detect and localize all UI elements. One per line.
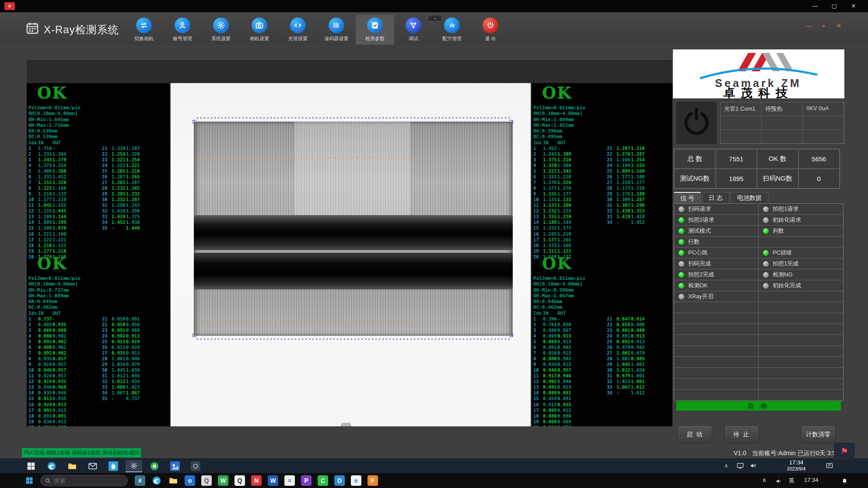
notes-app-icon[interactable]: ≡ bbox=[283, 475, 296, 486]
toolbar-item-reader[interactable]: 读码器设置 bbox=[317, 15, 356, 45]
cell-out: 1.122 bbox=[557, 208, 572, 214]
ie-app-icon[interactable]: e bbox=[350, 475, 363, 486]
signal-row bbox=[674, 324, 843, 335]
measure-info-line: DA:0.849mm bbox=[28, 299, 170, 304]
measure-row: 71.1551.320 bbox=[28, 180, 67, 185]
settings-app[interactable] bbox=[126, 460, 142, 472]
word-app-icon[interactable]: W bbox=[266, 475, 280, 486]
toolbar-item-debug[interactable]: 调试 bbox=[394, 15, 433, 45]
os-maximize-button[interactable]: ▢ bbox=[827, 2, 842, 10]
cell-idx: 16 bbox=[28, 402, 38, 408]
tab-2[interactable]: 电池数据 bbox=[731, 192, 768, 203]
local-start-button[interactable] bbox=[23, 475, 36, 486]
measure-row: 31.3751.210 bbox=[533, 157, 572, 163]
measure-row: 251.0891.168 bbox=[607, 168, 645, 174]
wps-app-icon[interactable]: W bbox=[217, 475, 230, 486]
tray-notification-icon[interactable] bbox=[824, 461, 835, 471]
app-close-button[interactable]: ✕ bbox=[832, 21, 845, 31]
signal-row: XRay开启 bbox=[674, 291, 843, 302]
ime-flag-icon[interactable]: ⚑ bbox=[834, 443, 855, 460]
signal-grid: 扫码请求拍照1请求拍照2请求初始化请求测试模式列数行数PC心跳PC就绪扫码完成拍… bbox=[674, 203, 844, 401]
app-minimize-button[interactable]: — bbox=[802, 21, 816, 31]
start-button[interactable] bbox=[23, 460, 39, 472]
gear-white-icon bbox=[130, 461, 138, 470]
misc-app[interactable] bbox=[187, 460, 204, 472]
uptime-label: 已运行0天 3:52 bbox=[798, 450, 839, 457]
signal-led bbox=[763, 261, 769, 267]
blue-circle-app-tile: o bbox=[185, 475, 195, 486]
signal-cell bbox=[759, 291, 843, 302]
toolbar-item-tube[interactable]: 光管设置 bbox=[279, 15, 317, 45]
purple-app-icon[interactable]: P bbox=[300, 475, 313, 486]
store-app[interactable] bbox=[105, 460, 122, 472]
toolbar-dropdown-chevron[interactable]: ⌄ bbox=[428, 15, 442, 21]
signal-cell: PC就绪 bbox=[759, 247, 843, 258]
tray-monitor-icon[interactable] bbox=[735, 461, 746, 471]
cell-out: 1.045 bbox=[126, 373, 140, 379]
cell-out: 0.913 bbox=[557, 350, 572, 356]
start-button[interactable]: 启 动 bbox=[677, 425, 712, 443]
orange-app-icon[interactable]: F bbox=[366, 475, 379, 486]
notification-bell-icon[interactable] bbox=[838, 475, 851, 487]
signal-led bbox=[679, 250, 684, 256]
edge-browser-icon[interactable] bbox=[150, 475, 163, 486]
gray-app-icon[interactable]: Q bbox=[200, 475, 213, 486]
result-ok-label: OK bbox=[37, 85, 170, 100]
tray-speaker-icon[interactable] bbox=[748, 461, 759, 471]
remote-clock[interactable]: 17:34 2023/9/4 bbox=[775, 459, 817, 472]
mail-app[interactable] bbox=[84, 460, 101, 472]
taskbar-search[interactable] bbox=[40, 475, 128, 486]
toolbar-item-label: 光管设置 bbox=[279, 35, 317, 42]
cell-in: 0.880 bbox=[543, 356, 557, 362]
os-minimize-button[interactable]: — bbox=[808, 2, 822, 10]
cell-idx: 32 bbox=[607, 379, 616, 384]
file-explorer[interactable] bbox=[64, 460, 80, 472]
tab-1[interactable]: 日 志 bbox=[702, 192, 729, 203]
cell-idx: 1 bbox=[533, 316, 543, 322]
xray-image-viewport bbox=[171, 83, 531, 426]
tab-0[interactable]: 信 号 bbox=[674, 192, 701, 203]
toolbar-item-user[interactable]: 账号管理 bbox=[163, 15, 202, 45]
count-reset-button[interactable]: 计数清零 bbox=[801, 425, 836, 443]
measure-info-line: OH-Min:1.045mm bbox=[28, 117, 170, 122]
os-close-button[interactable]: ✕ bbox=[846, 2, 861, 10]
tray-chevron-up-icon[interactable]: ∧ bbox=[721, 461, 732, 471]
wechat-app-icon[interactable]: C bbox=[316, 475, 329, 486]
remote-close-button[interactable]: ✕ bbox=[4, 2, 15, 10]
cell-out: 1.221 bbox=[52, 237, 67, 243]
edge-browser[interactable] bbox=[43, 460, 60, 472]
stop-button[interactable]: 停 止 bbox=[724, 425, 759, 443]
toolbar-item-exit[interactable]: 退 出 bbox=[471, 15, 510, 45]
purple-app-tile: P bbox=[301, 475, 312, 486]
photos-app[interactable] bbox=[167, 460, 183, 472]
search-icon bbox=[45, 478, 51, 484]
blue-circle-app-icon[interactable]: o bbox=[183, 475, 196, 486]
qq-app-icon[interactable]: Q bbox=[233, 475, 246, 486]
xray-power-button[interactable] bbox=[676, 102, 717, 144]
app-maximize-button[interactable]: + bbox=[817, 21, 830, 31]
params-icon bbox=[367, 17, 383, 33]
toolbar-item-params[interactable]: 检测参数 bbox=[356, 15, 394, 45]
pinned-grid-app-icon[interactable]: # bbox=[133, 475, 147, 486]
cell-in: 1.452 bbox=[112, 220, 126, 225]
local-tray-chevron-icon[interactable]: ∧ bbox=[762, 477, 766, 483]
media-app[interactable] bbox=[146, 460, 163, 472]
file-explorer-icon[interactable] bbox=[167, 475, 180, 486]
signal-row: 检测OK初始化完成 bbox=[674, 280, 843, 291]
measure-row: 161.2651.210 bbox=[533, 231, 572, 237]
toolbar-item-camera[interactable]: 相机设置 bbox=[240, 15, 279, 45]
cell-idx: 12 bbox=[533, 379, 543, 384]
toolbar-item-swap[interactable]: 切换相机 bbox=[125, 15, 163, 45]
ime-lang-indicator[interactable]: 英 bbox=[789, 477, 794, 485]
docs-app-icon[interactable]: D bbox=[333, 475, 346, 486]
local-clock[interactable]: 17:34 bbox=[804, 477, 819, 483]
toolbar-item-gear[interactable]: 系统设置 bbox=[202, 15, 240, 45]
cell-out: 0.880 bbox=[52, 328, 67, 333]
measure-row: 11.452- bbox=[533, 146, 572, 151]
measure-info-line: DA:0.539mm bbox=[28, 128, 170, 134]
search-input[interactable] bbox=[54, 478, 119, 484]
cell-idx: 21 bbox=[102, 316, 112, 322]
local-tray-speaker-icon[interactable] bbox=[772, 475, 785, 487]
red-app-icon[interactable]: N bbox=[250, 475, 263, 486]
measure-row: 111.0451.155 bbox=[28, 202, 67, 208]
